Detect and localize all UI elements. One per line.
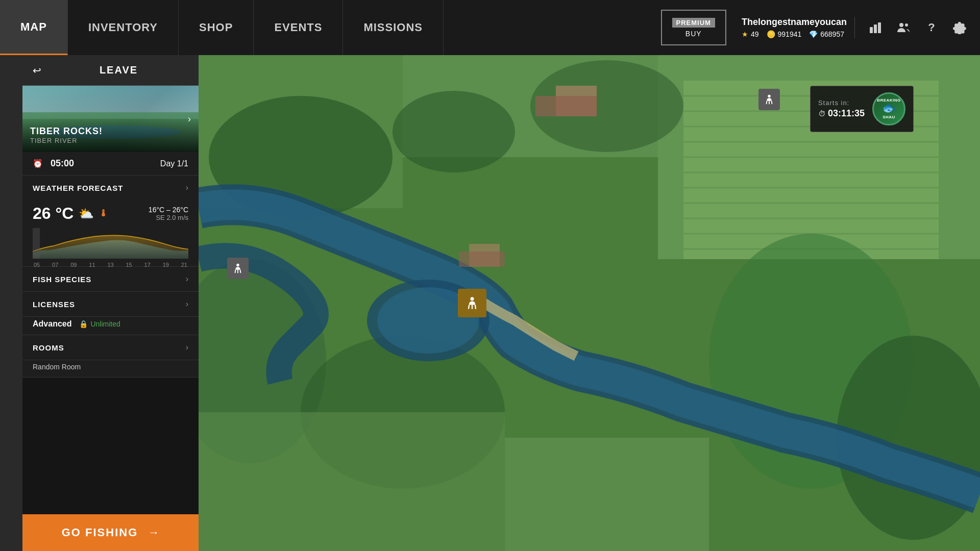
cloud-icon: ⛅: [79, 207, 94, 221]
go-fishing-text: GO FISHING: [62, 526, 138, 539]
chart-label-1: 07: [52, 262, 58, 268]
premium-label: PREMIUM: [672, 18, 715, 28]
go-fishing-arrow-icon: →: [148, 526, 159, 539]
room-name: Random Room: [33, 363, 81, 371]
premium-section[interactable]: PREMIUM BUY: [661, 10, 726, 45]
starts-in-label: Starts in:: [818, 99, 865, 107]
licenses-title: LICENSES: [33, 300, 75, 309]
licenses-section: LICENSES › Advanced 🔒 Unlimited: [22, 292, 199, 335]
username: Thelongestnameyoucan: [742, 17, 847, 28]
svg-rect-35: [199, 412, 505, 551]
weather-chart: 05 07 09 11 13 15 17 19 21: [22, 226, 199, 266]
weather-details: 16°C – 26°C SE 2.0 m/s: [149, 206, 188, 221]
event-timer: ⏱ 03:11:35: [818, 108, 865, 119]
player-figure-icon-alt1: [764, 94, 775, 105]
event-badge-fish-icon: 🐟: [882, 102, 896, 115]
chart-labels: 05 07 09 11 13 15 17 19 21: [33, 262, 188, 268]
event-badge: BREAKING 🐟 SHAU: [872, 92, 905, 126]
chart-svg: [33, 228, 188, 259]
tab-shop[interactable]: SHOP: [179, 0, 254, 55]
stat-level: ★ 49: [742, 30, 759, 38]
svg-line-42: [766, 101, 767, 104]
svg-point-45: [236, 264, 239, 267]
license-tier: Advanced: [33, 319, 71, 329]
temp-range: 16°C – 26°C: [149, 206, 188, 214]
wind-info: SE 2.0 m/s: [149, 214, 188, 221]
licenses-content: Advanced 🔒 Unlimited: [22, 317, 199, 335]
thermometer-icon: 🌡: [99, 208, 108, 219]
leaderboard-icon-btn[interactable]: [863, 15, 888, 40]
weather-main: 26 °C ⛅ 🌡 16°C – 26°C SE 2.0 m/s: [22, 200, 199, 226]
svg-rect-1: [874, 24, 877, 33]
back-icon[interactable]: ↩: [33, 64, 41, 77]
day-display: Day 1/1: [160, 159, 188, 168]
svg-rect-36: [505, 438, 709, 551]
location-river: TIBER RIVER: [30, 137, 191, 144]
licenses-header[interactable]: LICENSES ›: [22, 292, 199, 317]
player-marker-main[interactable]: [458, 289, 486, 317]
timer-icon: ⏱: [818, 110, 825, 118]
fish-species-section[interactable]: FISH SPECIES ›: [22, 267, 199, 292]
weather-arrow-icon: ›: [186, 183, 188, 192]
location-overlay: TIBER ROCKS! TIBER RIVER: [22, 118, 199, 152]
svg-line-38: [469, 305, 469, 309]
chart-label-6: 17: [144, 262, 151, 268]
settings-icon-btn[interactable]: [947, 15, 972, 40]
svg-point-23: [393, 91, 515, 172]
time-display: 05:00: [51, 158, 74, 169]
svg-rect-5: [33, 228, 40, 259]
event-popup[interactable]: Starts in: ⏱ 03:11:35 BREAKING 🐟 SHAU: [810, 86, 914, 132]
weather-section: WEATHER FORECAST › 26 °C ⛅ 🌡 16°C – 26°C…: [22, 176, 199, 267]
friends-icon-btn[interactable]: [891, 15, 916, 40]
svg-rect-34: [459, 252, 505, 267]
go-fishing-button[interactable]: GO FISHING →: [22, 514, 199, 551]
svg-line-39: [475, 305, 476, 309]
location-time: ⏰ 05:00 Day 1/1: [22, 152, 199, 176]
user-section: Thelongestnameyoucan ★ 49 🪙 991941 💎 668…: [734, 17, 855, 38]
location-card[interactable]: TIBER ROCKS! TIBER RIVER ›: [22, 86, 199, 152]
svg-point-3: [899, 23, 903, 27]
chart-label-5: 15: [126, 262, 132, 268]
svg-rect-2: [878, 22, 881, 33]
weather-header[interactable]: WEATHER FORECAST ›: [22, 176, 199, 200]
help-icon-btn[interactable]: ?: [919, 15, 944, 40]
chart-label-8: 21: [181, 262, 187, 268]
svg-point-4: [905, 23, 908, 27]
svg-point-37: [470, 297, 474, 300]
tab-inventory[interactable]: INVENTORY: [68, 0, 179, 55]
fish-species-title: FISH SPECIES: [33, 275, 91, 284]
chart-label-0: 05: [34, 262, 40, 268]
tab-events[interactable]: EVENTS: [254, 0, 343, 55]
coin-icon: 🪙: [767, 30, 775, 38]
stat-gems: 💎 668957: [809, 30, 844, 38]
chart-label-3: 11: [89, 262, 95, 268]
event-popup-text: Starts in: ⏱ 03:11:35: [818, 99, 865, 119]
player-marker-alt1[interactable]: [758, 89, 780, 110]
nav-tabs: MAP INVENTORY SHOP EVENTS MISSIONS: [0, 0, 444, 55]
location-arrow-icon: ›: [188, 114, 191, 124]
svg-line-46: [235, 270, 235, 273]
user-stats: ★ 49 🪙 991941 💎 668957: [742, 30, 847, 38]
rooms-title: ROOMS: [33, 343, 64, 352]
svg-line-43: [771, 101, 772, 104]
rooms-header[interactable]: ROOMS ›: [22, 335, 199, 360]
fish-species-arrow-icon: ›: [186, 274, 188, 284]
chart-label-7: 19: [163, 262, 169, 268]
map-background: Starts in: ⏱ 03:11:35 BREAKING 🐟 SHAU: [199, 55, 980, 551]
tab-missions[interactable]: MISSIONS: [343, 0, 444, 55]
rooms-content: Random Room: [22, 360, 199, 377]
clock-icon: ⏰: [33, 159, 43, 168]
license-status-text: Unlimited: [90, 320, 120, 328]
left-panel: ↩ LEAVE TIBER ROCKS! TIBER RIVER › ⏰ 05:…: [22, 55, 199, 551]
player-marker-alt2[interactable]: [227, 258, 249, 279]
map-area[interactable]: Starts in: ⏱ 03:11:35 BREAKING 🐟 SHAU: [199, 55, 980, 551]
rooms-section: ROOMS › Random Room: [22, 335, 199, 378]
stat-coins: 🪙 991941: [767, 30, 802, 38]
tab-map[interactable]: MAP: [0, 0, 68, 55]
player-figure-icon: [465, 296, 479, 310]
event-badge-sublabel: SHAU: [883, 115, 895, 120]
lock-icon: 🔒: [79, 320, 88, 328]
licenses-arrow-icon: ›: [186, 299, 188, 309]
location-name: TIBER ROCKS!: [30, 126, 191, 137]
weather-temperature: 26 °C ⛅ 🌡: [33, 204, 108, 223]
